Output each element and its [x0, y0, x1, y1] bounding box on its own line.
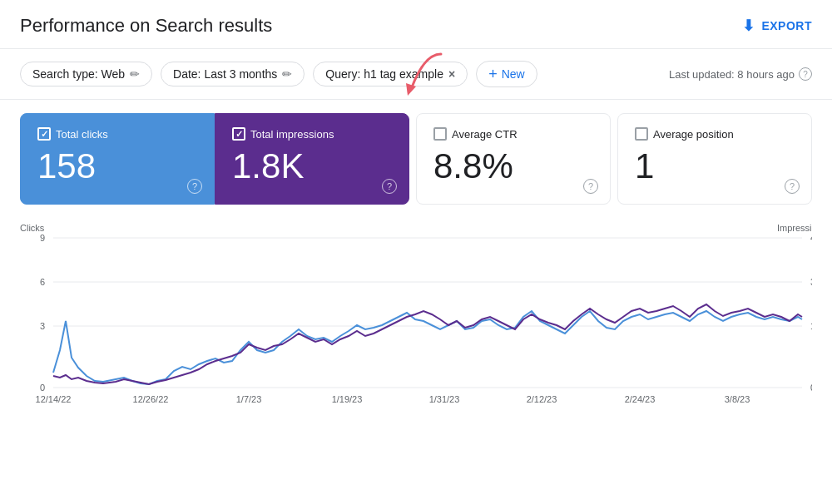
export-icon: ⬇: [742, 17, 755, 35]
plus-icon: +: [488, 67, 498, 82]
position-checkbox[interactable]: [635, 127, 648, 141]
position-label: Average position: [653, 128, 734, 141]
metric-label-row: Average CTR: [433, 127, 593, 141]
metric-card-clicks[interactable]: Total clicks 158 ?: [20, 113, 215, 205]
svg-text:2/24/23: 2/24/23: [625, 394, 656, 404]
position-value: 1: [635, 149, 795, 184]
page: Performance on Search results ⬇ EXPORT S…: [0, 0, 832, 504]
last-updated-text: Last updated: 8 hours ago: [669, 68, 795, 81]
date-label: Date: Last 3 months: [173, 67, 277, 81]
clicks-line: [53, 311, 802, 384]
ctr-value: 8.8%: [433, 149, 593, 184]
svg-text:2/12/23: 2/12/23: [527, 394, 557, 404]
svg-text:1/31/23: 1/31/23: [429, 394, 460, 404]
metrics-section: Total clicks 158 ? Total impressions 1.8…: [0, 100, 832, 205]
close-icon: ×: [448, 67, 455, 81]
help-icon[interactable]: ?: [187, 179, 202, 194]
svg-text:6: 6: [40, 277, 45, 287]
clicks-label: Total clicks: [56, 128, 108, 141]
svg-text:30: 30: [810, 277, 812, 287]
svg-text:1/19/23: 1/19/23: [332, 394, 363, 404]
impressions-label: Total impressions: [250, 128, 334, 141]
svg-text:15: 15: [810, 321, 812, 331]
svg-text:9: 9: [40, 233, 45, 243]
new-label: New: [502, 67, 525, 81]
metric-label-row: Average position: [635, 127, 795, 141]
svg-text:0: 0: [810, 383, 812, 393]
help-icon[interactable]: ?: [382, 179, 397, 194]
chart-svg: Clicks Impressions 9 45 6 30 3 15 0 0: [20, 221, 812, 413]
svg-text:3: 3: [40, 321, 45, 331]
svg-text:0: 0: [40, 383, 45, 393]
impressions-line: [53, 304, 802, 384]
edit-icon: ✏: [130, 67, 140, 81]
date-filter[interactable]: Date: Last 3 months ✏: [161, 62, 305, 86]
header: Performance on Search results ⬇ EXPORT: [0, 0, 832, 49]
search-type-filter[interactable]: Search type: Web ✏: [20, 62, 152, 86]
svg-text:12/14/22: 12/14/22: [36, 394, 72, 404]
svg-text:45: 45: [810, 233, 812, 243]
ctr-checkbox[interactable]: [433, 127, 447, 141]
search-type-label: Search type: Web: [32, 67, 125, 81]
page-title: Performance on Search results: [20, 15, 272, 37]
clicks-value: 158: [37, 149, 197, 184]
metric-card-ctr[interactable]: Average CTR 8.8% ?: [416, 113, 611, 205]
edit-icon: ✏: [282, 67, 292, 81]
svg-text:12/26/22: 12/26/22: [133, 394, 169, 404]
filter-bar: Search type: Web ✏ Date: Last 3 months ✏…: [0, 49, 832, 100]
ctr-label: Average CTR: [452, 128, 518, 141]
clicks-help: ?: [187, 178, 202, 194]
export-button[interactable]: ⬇ EXPORT: [742, 17, 812, 35]
metric-card-impressions[interactable]: Total impressions 1.8K ?: [215, 113, 409, 205]
impressions-checkbox[interactable]: [232, 127, 245, 141]
metric-label-row: Total impressions: [232, 127, 392, 141]
ctr-help: ?: [583, 178, 598, 194]
left-axis-label: Clicks: [20, 223, 45, 233]
metric-card-position[interactable]: Average position 1 ?: [617, 113, 812, 205]
right-axis-label: Impressions: [777, 223, 812, 233]
impressions-help: ?: [382, 178, 397, 194]
query-label: Query: h1 tag example: [325, 67, 443, 81]
metric-label-row: Total clicks: [37, 127, 197, 141]
svg-text:1/7/23: 1/7/23: [236, 394, 262, 404]
position-help: ?: [785, 178, 800, 194]
last-updated: Last updated: 8 hours ago ?: [669, 67, 812, 81]
chart-section: Clicks Impressions 9 45 6 30 3 15 0 0: [0, 205, 832, 424]
svg-text:3/8/23: 3/8/23: [725, 394, 750, 404]
help-icon[interactable]: ?: [785, 179, 800, 194]
new-filter-button[interactable]: + New: [476, 61, 537, 87]
help-icon[interactable]: ?: [799, 67, 812, 81]
query-filter[interactable]: Query: h1 tag example ×: [313, 62, 468, 86]
help-icon[interactable]: ?: [583, 179, 598, 194]
export-label: EXPORT: [761, 19, 812, 32]
impressions-value: 1.8K: [232, 149, 392, 184]
clicks-checkbox[interactable]: [37, 127, 51, 141]
